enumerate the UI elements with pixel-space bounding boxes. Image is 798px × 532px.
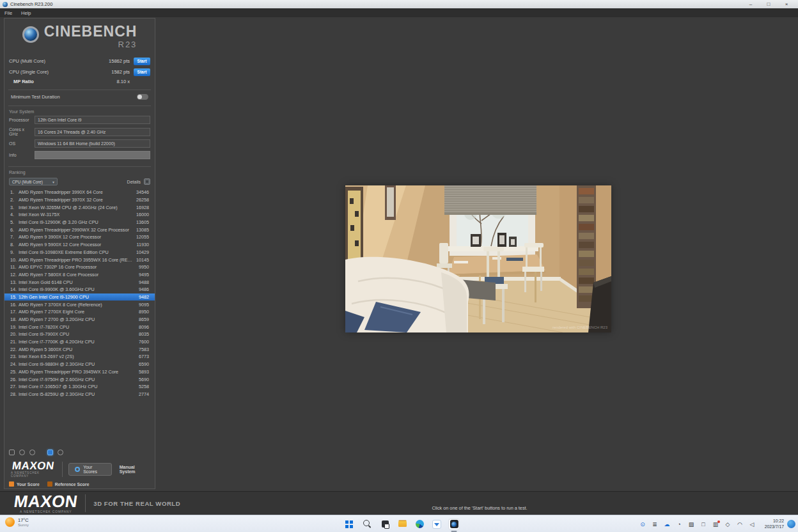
- wifi-icon[interactable]: ◠: [736, 520, 744, 529]
- bluetooth-icon[interactable]: ⊙: [639, 520, 646, 529]
- ranking-row[interactable]: 24.Intel Core i9-9880H @ 2.30GHz CPU6590: [4, 361, 155, 368]
- ranking-row[interactable]: 28.Intel Core i5-8259U @ 2.30GHz CPU2774: [4, 391, 155, 398]
- ranking-row[interactable]: 8.AMD Ryzen 9 5900X 12 Core Processor119…: [4, 241, 155, 249]
- menu-file[interactable]: File: [4, 10, 12, 16]
- minimize-icon[interactable]: –: [747, 1, 755, 7]
- ranking-row[interactable]: 27.Intel Core i7-1065G7 @ 1.30GHz CPU525…: [4, 383, 155, 391]
- divider: [85, 494, 86, 512]
- ranking-row[interactable]: 17.AMD Ryzen 7 2700X Eight Core8950: [4, 308, 155, 316]
- system-field-label: OS: [9, 141, 35, 146]
- bottombar: MAXON A NEMETSCHEK COMPANY 3D FOR THE RE…: [0, 491, 798, 515]
- ranking-row[interactable]: 18.AMD Ryzen 7 2700 @ 3.20GHz CPU8659: [4, 316, 155, 324]
- min-duration-toggle[interactable]: [137, 94, 148, 100]
- titlebar: Cinebench R23.200 – □ ×: [0, 0, 798, 8]
- edge-icon[interactable]: [414, 519, 425, 530]
- close-icon[interactable]: ×: [783, 1, 790, 7]
- system-field-row: OSWindows 11 64 Bit Home (build 22000): [4, 139, 155, 148]
- details-label: Details: [127, 180, 141, 184]
- ranking-row[interactable]: 1.AMD Ryzen Threadripper 3990X 64 Core34…: [4, 189, 155, 196]
- ranking-row[interactable]: 25.AMD Ryzen Threadripper PRO 3945WX 12 …: [4, 368, 155, 376]
- ranking-row[interactable]: 3.Intel Xeon W-3265M CPU @ 2.40GHz (24 C…: [4, 203, 155, 211]
- system-fields: Processor12th Gen Intel Core i9Cores x G…: [4, 116, 155, 162]
- cpu-multi-value: 15862 pts: [109, 58, 130, 64]
- ranking-row[interactable]: 16.AMD Ryzen 7 3700X 8 Core (Reference)9…: [4, 301, 155, 308]
- taskbar-clock[interactable]: 10:22 2023/7/17: [765, 518, 784, 529]
- cpu-multi-label: CPU (Multi Core): [9, 58, 45, 64]
- ranking-row[interactable]: 2.AMD Ryzen Threadripper 3970X 32 Core26…: [4, 196, 155, 204]
- logo-title: CINEBENCH: [44, 24, 137, 39]
- maxon-logo: MAXON A NEMETSCHEK COMPANY: [11, 461, 56, 478]
- taskbar: 17°C Sunny ⊙≣☁◔▨□▥◇◠◁ 10:22 2023/7/17: [0, 515, 798, 532]
- notification-badge-icon[interactable]: [787, 520, 795, 528]
- ranking-row[interactable]: 12.AMD Ryzen 7 5800X 8 Core Processor949…: [4, 271, 155, 279]
- search-icon[interactable]: [362, 519, 373, 530]
- ranking-row[interactable]: 22.AMD Ryzen 5 3600X CPU7583: [4, 345, 155, 353]
- maxon-wordmark: MAXON: [12, 461, 55, 471]
- ranking-row[interactable]: 20.Intel Core i9-7900X CPU8035: [4, 331, 155, 338]
- task-manager-icon[interactable]: ≣: [651, 520, 659, 529]
- manual-system-button[interactable]: Manual System: [120, 465, 150, 474]
- weather-widget[interactable]: 17°C Sunny: [5, 517, 29, 527]
- ranking-filter-value: CPU (Multi Core): [12, 180, 43, 184]
- onedrive-icon[interactable]: ☁: [663, 520, 671, 529]
- ranking-row[interactable]: 19.Intel Core i7-7820X CPU8096: [4, 323, 155, 331]
- ranking-row[interactable]: 15.12th Gen Intel Core i9-12900 CPU9482: [4, 293, 155, 301]
- maxon-subtext: A NEMETSCHEK COMPANY: [11, 471, 56, 478]
- your-scores-button[interactable]: Your Scores: [68, 463, 111, 476]
- cpu-multi-row: CPU (Multi Core) 15862 pts Start: [4, 56, 155, 66]
- ranking-row[interactable]: 21.Intel Core i7-7700K @ 4.20GHz CPU7600: [4, 338, 155, 346]
- filter-other-icon[interactable]: [58, 450, 63, 455]
- divider: [8, 90, 151, 90]
- volume-icon[interactable]: ◁: [748, 520, 756, 529]
- clock-date: 2023/7/17: [765, 524, 784, 529]
- start-single-button[interactable]: Start: [134, 68, 150, 76]
- system-field-label: Processor: [9, 118, 35, 122]
- performance-icon[interactable]: ▥: [712, 520, 719, 529]
- ranking-row[interactable]: 5.Intel Core i9-12900K @ 3.20 GHz CPU136…: [4, 219, 155, 226]
- ranking-row[interactable]: 26.Intel Core i7-9750H @ 2.60GHz CPU5690: [4, 375, 155, 383]
- window-title: Cinebench R23.200: [10, 1, 52, 7]
- ranking-row[interactable]: 9.Intel Core i9-10980XE Extreme Edition …: [4, 249, 155, 256]
- ranking-row[interactable]: 23.Intel Xeon E5-2697 v2 (2S)6773: [4, 353, 155, 361]
- app-icon: [3, 2, 8, 7]
- ranking-filter-dropdown[interactable]: CPU (Multi Core) ▾: [9, 178, 58, 185]
- render-watermark: rendered with CINEBENCH R23: [552, 325, 608, 329]
- cinebench-icon[interactable]: [448, 519, 460, 530]
- filter-all-icon[interactable]: [9, 450, 15, 455]
- filter-desktop-icon[interactable]: [19, 450, 25, 455]
- ranking-header: CPU (Multi Core) ▾ Details: [4, 176, 155, 187]
- display-icon[interactable]: □: [700, 520, 707, 529]
- maximize-icon[interactable]: □: [765, 1, 772, 7]
- ranking-row[interactable]: 14.Intel Core i9-9900K @ 3.60GHz CPU9486: [4, 286, 155, 293]
- divider: [62, 462, 63, 477]
- ranking-row[interactable]: 10.AMD Ryzen Threadripper PRO 3955WX 16 …: [4, 256, 155, 263]
- shield-icon[interactable]: ◇: [724, 520, 731, 529]
- min-duration-label: Minimum Test Duration: [11, 94, 60, 100]
- cinebench-orb-icon: [22, 26, 39, 43]
- mail-icon[interactable]: [431, 519, 442, 530]
- menu-help[interactable]: Help: [21, 10, 31, 16]
- ranking-row[interactable]: 6.AMD Ryzen Threadripper 2990WX 32 Core …: [4, 226, 155, 233]
- maxon-tagline: 3D FOR THE REAL WORLD: [93, 500, 180, 507]
- ranking-filter-icons: [9, 450, 63, 455]
- sidebar-footer: MAXON A NEMETSCHEK COMPANY Your Scores M…: [11, 460, 150, 478]
- weather-temp: 17°C: [18, 517, 29, 523]
- task-view-icon[interactable]: [379, 519, 391, 530]
- cinebench-logo: CINEBENCH R23: [4, 24, 155, 53]
- ranking-row[interactable]: 11.AMD EPYC 7302P 16 Core Processor9950: [4, 263, 155, 271]
- snip-icon[interactable]: ▨: [687, 520, 695, 529]
- legend-item: Reference Score: [47, 481, 90, 487]
- sidebar: CINEBENCH R23 CPU (Multi Core) 15862 pts…: [4, 18, 155, 489]
- score-legend: Your ScoreReference Score: [9, 481, 89, 487]
- start-icon[interactable]: [345, 519, 356, 530]
- details-checkbox[interactable]: [144, 178, 150, 185]
- ranking-row[interactable]: 13.Intel Xeon Gold 6148 CPU9488: [4, 278, 155, 286]
- ranking-row[interactable]: 4.Intel Xeon W-3175X16000: [4, 211, 155, 219]
- filter-laptop-icon[interactable]: [29, 450, 35, 455]
- clock-icon[interactable]: ◔: [675, 520, 683, 529]
- filter-display-icon[interactable]: [47, 450, 53, 455]
- start-multi-button[interactable]: Start: [134, 58, 150, 65]
- file-explorer-icon[interactable]: [396, 519, 408, 530]
- screen: Cinebench R23.200 – □ × File Help CINEBE…: [0, 0, 798, 532]
- ranking-row[interactable]: 7.AMD Ryzen 9 3900X 12 Core Processor120…: [4, 233, 155, 241]
